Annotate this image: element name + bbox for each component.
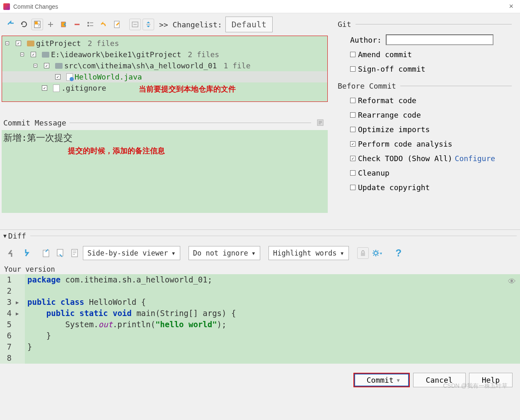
before-commit-header: Before Commit xyxy=(338,82,396,90)
file-icon xyxy=(53,84,60,92)
gear-icon[interactable]: ▾ xyxy=(371,247,383,259)
compare-next-icon[interactable] xyxy=(55,247,66,259)
rearrange-checkbox[interactable] xyxy=(350,112,356,118)
help-icon[interactable]: ? xyxy=(393,247,404,259)
diff-icon[interactable]: ? xyxy=(31,19,43,30)
todo-label: Check TODO (Show All) xyxy=(358,154,452,163)
signoff-label: Sign-off commit xyxy=(358,65,426,73)
fold-column[interactable]: ▸▸ xyxy=(15,274,25,364)
viewer-mode-dropdown[interactable]: Side-by-side viewer▾ xyxy=(83,246,180,260)
group-icon[interactable] xyxy=(85,19,96,30)
rearrange-label: Rearrange code xyxy=(358,111,421,119)
cleanup-checkbox[interactable] xyxy=(350,170,356,176)
amend-checkbox[interactable] xyxy=(350,52,356,57)
todo-checkbox[interactable]: ✓ xyxy=(350,156,356,161)
folder-icon xyxy=(27,41,34,46)
undo-icon[interactable] xyxy=(98,19,109,30)
optimize-checkbox[interactable] xyxy=(350,127,356,132)
app-icon xyxy=(3,3,10,10)
signoff-checkbox[interactable] xyxy=(350,66,356,72)
checkbox[interactable]: ✓ xyxy=(16,41,21,46)
optimize-label: Optimize imports xyxy=(358,125,430,134)
svg-rect-4 xyxy=(87,22,89,24)
svg-rect-3 xyxy=(61,22,65,27)
tree-src-name[interactable]: src\com\itheima\sh\a_helloworld_01 xyxy=(64,61,217,70)
file-tree: − ✓ gitProject 2 files − ✓ E:\ideawork\b… xyxy=(2,36,328,102)
changelist-label: >> Changelist: xyxy=(159,20,222,29)
tree-src-count: 1 file xyxy=(223,61,250,70)
tree-file1[interactable]: HelloWorld.java xyxy=(75,72,142,81)
svg-rect-11 xyxy=(72,249,77,257)
author-label: Author: xyxy=(350,36,382,44)
message-annotation: 提交的时候，添加的备注信息 xyxy=(68,146,165,156)
lock-icon[interactable] xyxy=(357,247,369,259)
diff-header: Diff xyxy=(8,232,26,240)
tree-file2[interactable]: .gitignore xyxy=(61,84,106,92)
line-gutter: 12345678 xyxy=(0,274,15,364)
window-title: Commit Changes xyxy=(13,3,505,10)
watermark: CSDN @我有一株五叶草 xyxy=(443,382,508,390)
prev-diff-icon[interactable] xyxy=(6,247,17,259)
compare-prev-icon[interactable] xyxy=(41,247,52,259)
commit-button[interactable]: Commit▾ xyxy=(353,373,410,387)
svg-point-13 xyxy=(374,251,377,255)
analysis-label: Perform code analysis xyxy=(358,140,452,148)
expand-icon[interactable]: − xyxy=(34,64,37,68)
java-file-icon xyxy=(66,73,73,81)
collapse-icon[interactable] xyxy=(129,19,141,30)
history-icon[interactable] xyxy=(314,117,326,128)
revert-icon[interactable] xyxy=(58,19,70,30)
expand-icon[interactable]: − xyxy=(5,41,9,45)
your-version-label: Your version xyxy=(0,264,520,274)
refresh-icon[interactable] xyxy=(18,19,30,30)
checkbox[interactable]: ✓ xyxy=(42,85,47,91)
svg-text:?: ? xyxy=(37,23,40,28)
git-section-header: Git xyxy=(338,20,351,29)
folder-icon xyxy=(42,52,49,58)
checkbox[interactable]: ✓ xyxy=(55,74,60,80)
analysis-checkbox[interactable]: ✓ xyxy=(350,141,356,147)
collapse-arrow-icon[interactable]: ▼ xyxy=(3,233,7,239)
copyright-label: Update copyright xyxy=(358,183,430,192)
author-input[interactable] xyxy=(386,34,493,45)
ignore-dropdown[interactable]: Do not ignore▾ xyxy=(189,246,260,260)
edit-source-icon[interactable] xyxy=(69,247,80,259)
cleanup-label: Cleanup xyxy=(358,169,389,177)
amend-label: Amend commit xyxy=(358,50,412,59)
code-viewer[interactable]: 12345678 ▸▸ package com.itheima.sh.a_hel… xyxy=(0,274,520,364)
highlight-dropdown[interactable]: Highlight words▾ xyxy=(268,246,349,260)
commit-message-input[interactable]: 新增:第一次提交 提交的时候，添加的备注信息 xyxy=(2,130,328,213)
expand-all-icon[interactable] xyxy=(143,19,154,30)
commit-message-header: Commit Message xyxy=(3,118,66,127)
next-diff-icon[interactable] xyxy=(20,247,31,259)
reformat-label: Reformat code xyxy=(358,96,416,105)
tree-root-count: 2 files xyxy=(87,39,119,48)
checkout-icon[interactable] xyxy=(5,19,17,30)
folder-icon xyxy=(55,63,63,69)
expand-icon[interactable]: − xyxy=(20,53,24,56)
tree-root-name[interactable]: gitProject xyxy=(36,39,81,48)
tree-annotation: 当前要提交到本地仓库的文件 xyxy=(139,84,236,94)
changelist-dropdown[interactable]: Default xyxy=(225,17,273,32)
eye-icon[interactable]: 👁 xyxy=(508,276,516,287)
configure-link[interactable]: Configure xyxy=(455,154,496,163)
tree-path-count: 2 files xyxy=(188,50,219,59)
close-icon[interactable]: × xyxy=(505,2,517,11)
add-icon[interactable] xyxy=(45,19,56,30)
tree-path-name[interactable]: E:\ideawork\beike1\gitProject xyxy=(51,50,181,59)
edit-file-icon[interactable] xyxy=(111,19,123,30)
code-body: package com.itheima.sh.a_helloworld_01; … xyxy=(25,274,520,364)
checkbox[interactable]: ✓ xyxy=(44,63,49,68)
remove-icon[interactable] xyxy=(71,19,83,30)
reformat-checkbox[interactable] xyxy=(350,98,356,103)
copyright-checkbox[interactable] xyxy=(350,185,356,190)
svg-rect-5 xyxy=(87,25,89,27)
file-tree-toolbar: ? >> Changelist: Default xyxy=(0,13,329,36)
svg-rect-12 xyxy=(361,253,365,256)
checkbox[interactable]: ✓ xyxy=(31,52,36,57)
